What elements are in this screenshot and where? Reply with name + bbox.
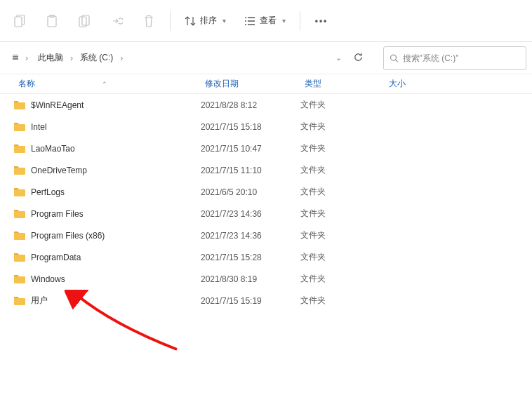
folder-icon <box>14 100 25 109</box>
cell-type: 文件夹 <box>300 142 385 154</box>
cell-name: 用户 <box>14 295 201 307</box>
search-input[interactable] <box>403 53 520 63</box>
chevron-right-icon: › <box>22 53 31 63</box>
file-name: Intel <box>31 122 47 132</box>
chevron-down-icon: ▾ <box>222 17 226 25</box>
folder-icon <box>14 144 25 153</box>
refresh-button[interactable] <box>353 52 364 65</box>
folder-icon <box>14 296 25 305</box>
copy-button[interactable] <box>6 7 34 35</box>
cell-date: 2021/8/28 8:12 <box>201 100 300 110</box>
cell-type: 文件夹 <box>300 208 385 220</box>
chevron-right-icon: › <box>117 53 126 63</box>
toolbar-divider <box>300 11 300 31</box>
address-controls: ⌄ <box>335 52 371 65</box>
folder-icon <box>14 231 25 240</box>
toolbar: 排序 ▾ 查看 ▾ ••• <box>0 0 532 42</box>
file-name: LaoMaoTao <box>31 144 75 154</box>
folder-icon <box>14 122 25 131</box>
column-header-type[interactable]: 类型 <box>300 78 385 90</box>
toolbar-divider <box>170 11 171 31</box>
cell-date: 2021/7/15 11:10 <box>201 166 300 175</box>
cell-date: 2021/7/15 15:18 <box>201 122 300 132</box>
file-name: Program Files (x86) <box>31 231 105 241</box>
table-row[interactable]: Intel2021/7/15 15:18文件夹 <box>14 116 532 138</box>
file-name: OneDriveTemp <box>31 166 87 175</box>
table-row[interactable]: PerfLogs2021/6/5 20:10文件夹 <box>14 181 532 203</box>
more-button[interactable]: ••• <box>307 7 335 35</box>
column-header-date[interactable]: 修改日期 <box>201 78 300 90</box>
folder-icon <box>14 187 25 196</box>
cell-name: ProgramData <box>14 253 201 262</box>
file-name: Windows <box>31 274 65 284</box>
view-icon <box>244 16 255 26</box>
share-button[interactable] <box>102 7 131 35</box>
cell-date: 2021/7/15 15:28 <box>201 253 300 262</box>
file-name: 用户 <box>31 295 48 307</box>
chevron-right-icon: › <box>67 53 76 63</box>
cell-name: Windows <box>14 274 201 284</box>
table-row[interactable]: LaoMaoTao2021/7/15 10:47文件夹 <box>14 138 532 159</box>
cell-type: 文件夹 <box>300 186 385 198</box>
address-row: › 此电脑 › 系统 (C:) › ⌄ <box>0 42 532 74</box>
chevron-down-icon: ▾ <box>282 17 286 25</box>
folder-icon <box>14 274 25 283</box>
cell-type: 文件夹 <box>300 229 385 241</box>
table-row[interactable]: OneDriveTemp2021/7/15 11:10文件夹 <box>14 159 532 181</box>
column-headers: 名称 ⌃ 修改日期 类型 大小 <box>0 74 532 94</box>
cell-name: Intel <box>14 122 201 132</box>
view-dropdown[interactable]: 查看 ▾ <box>237 7 293 35</box>
svg-point-5 <box>391 55 397 60</box>
sort-label: 排序 <box>200 15 217 27</box>
file-name: ProgramData <box>31 253 81 262</box>
file-list: $WinREAgent2021/8/28 8:12文件夹Intel2021/7/… <box>0 94 532 311</box>
file-name: $WinREAgent <box>31 100 84 110</box>
breadcrumb-item-drive[interactable]: 系统 (C:) <box>76 49 117 67</box>
file-name: Program Files <box>31 209 84 219</box>
cell-date: 2021/7/23 14:36 <box>201 209 300 219</box>
table-row[interactable]: 用户2021/7/15 15:19文件夹 <box>14 290 532 311</box>
view-label: 查看 <box>260 15 277 27</box>
table-row[interactable]: Windows2021/8/30 8:19文件夹 <box>14 268 532 290</box>
ellipsis-icon: ••• <box>315 16 328 26</box>
folder-icon <box>14 253 25 262</box>
breadcrumb-root[interactable]: › <box>10 46 34 70</box>
cell-name: LaoMaoTao <box>14 144 201 154</box>
cell-date: 2021/6/5 20:10 <box>201 187 300 197</box>
breadcrumb-item-pc[interactable]: 此电脑 <box>34 49 67 67</box>
breadcrumb[interactable]: › 此电脑 › 系统 (C:) › ⌄ <box>0 46 376 70</box>
table-row[interactable]: $WinREAgent2021/8/28 8:12文件夹 <box>14 94 532 116</box>
cell-name: $WinREAgent <box>14 100 201 110</box>
search-icon <box>390 53 399 63</box>
table-row[interactable]: ProgramData2021/7/15 15:28文件夹 <box>14 246 532 268</box>
table-row[interactable]: Program Files (x86)2021/7/23 14:36文件夹 <box>14 224 532 246</box>
column-header-size[interactable]: 大小 <box>385 78 441 90</box>
table-row[interactable]: Program Files2021/7/23 14:36文件夹 <box>14 203 532 224</box>
delete-button[interactable] <box>135 7 163 35</box>
history-dropdown[interactable]: ⌄ <box>335 53 342 62</box>
cell-type: 文件夹 <box>300 295 385 307</box>
svg-rect-1 <box>48 16 56 27</box>
column-header-name[interactable]: 名称 ⌃ <box>14 78 201 90</box>
cell-name: Program Files (x86) <box>14 231 201 241</box>
file-name: PerfLogs <box>31 187 65 197</box>
cell-type: 文件夹 <box>300 164 385 176</box>
cell-name: Program Files <box>14 209 201 219</box>
cell-date: 2021/7/15 10:47 <box>201 144 300 154</box>
cell-date: 2021/7/15 15:19 <box>201 296 300 306</box>
cell-date: 2021/8/30 8:19 <box>201 274 300 284</box>
cell-type: 文件夹 <box>300 251 385 263</box>
sort-dropdown[interactable]: 排序 ▾ <box>178 7 233 35</box>
folder-icon <box>14 209 25 218</box>
svg-rect-0 <box>15 17 22 27</box>
cell-type: 文件夹 <box>300 273 385 285</box>
folder-icon <box>14 166 25 175</box>
cut-button[interactable] <box>70 7 98 35</box>
cell-type: 文件夹 <box>300 121 385 133</box>
cell-name: PerfLogs <box>14 187 201 197</box>
paste-button[interactable] <box>38 7 66 35</box>
cell-type: 文件夹 <box>300 99 385 111</box>
search-box[interactable] <box>383 46 526 70</box>
cell-name: OneDriveTemp <box>14 166 201 175</box>
sort-icon <box>185 15 196 27</box>
